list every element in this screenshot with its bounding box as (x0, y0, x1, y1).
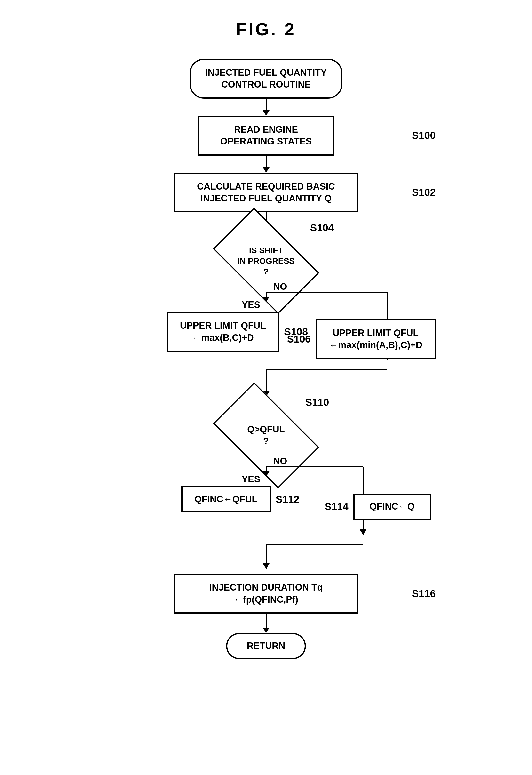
return-terminal: RETURN (226, 633, 306, 659)
s112-row: QFINC←QFUL S112 (181, 486, 300, 512)
s110-text: Q>QFUL ? (247, 424, 285, 448)
svg-marker-13 (360, 530, 366, 535)
s110-label: S110 (305, 397, 329, 408)
s104-yes-label: YES (242, 299, 260, 310)
s110-row: Q>QFUL ? S110 (72, 404, 460, 467)
s102-label: S102 (412, 187, 436, 198)
s100-process: READ ENGINE OPERATING STATES (198, 116, 334, 156)
start-terminal: INJECTED FUEL QUANTITY CONTROL ROUTINE (190, 59, 343, 99)
s100-row: READ ENGINE OPERATING STATES S100 (72, 116, 460, 156)
merge2-svg (96, 545, 436, 574)
s106-row: S106 UPPER LIMIT QFUL ←max(min(A,B),C)+D (287, 319, 436, 359)
s110-diamond: Q>QFUL ? (218, 404, 315, 467)
s112-label: S112 (276, 494, 299, 505)
s102-process: CALCULATE REQUIRED BASIC INJECTED FUEL Q… (174, 173, 358, 213)
s108-process: UPPER LIMIT QFUL ←max(B,C)+D (167, 312, 279, 352)
s104-text: IS SHIFT IN PROGRESS ? (237, 245, 294, 277)
s104-branch: YES NO UPPER LIMIT QFUL ←max(B,C)+D S108… (96, 292, 436, 370)
s104-diamond: IS SHIFT IN PROGRESS ? (218, 229, 315, 292)
merge-area2 (96, 545, 436, 574)
s104-no-label: NO (273, 281, 287, 292)
s104-label: S104 (310, 222, 334, 234)
flowchart: INJECTED FUEL QUANTITY CONTROL ROUTINE R… (72, 59, 460, 688)
s108-row: UPPER LIMIT QFUL ←max(B,C)+D S108 (167, 312, 308, 352)
s106-process: UPPER LIMIT QFUL ←max(min(A,B),C)+D (316, 319, 436, 359)
s106-label: S106 (287, 333, 311, 345)
page-title: FIG. 2 (236, 19, 296, 39)
svg-marker-1 (263, 297, 270, 302)
s116-label: S116 (412, 588, 436, 600)
s114-label: S114 (325, 501, 348, 513)
s110-yes-label: YES (242, 474, 260, 485)
s104-row: IS SHIFT IN PROGRESS ? S104 (72, 229, 460, 292)
svg-marker-10 (263, 471, 270, 477)
s114-process: QFINC←Q (353, 494, 431, 520)
s110-branch: YES NO QFINC←QFUL S112 S114 QFINC←Q (96, 467, 436, 545)
s116-row: INJECTION DURATION Tq ←fp(QFINC,Pf) S116 (72, 574, 460, 614)
s102-row: CALCULATE REQUIRED BASIC INJECTED FUEL Q… (72, 173, 460, 213)
s110-no-label: NO (273, 456, 287, 467)
s112-process: QFINC←QFUL (181, 486, 271, 512)
s114-row: S114 QFINC←Q (325, 494, 431, 520)
s100-label: S100 (412, 130, 436, 141)
s116-process: INJECTION DURATION Tq ←fp(QFINC,Pf) (174, 574, 358, 614)
svg-marker-17 (263, 563, 270, 569)
